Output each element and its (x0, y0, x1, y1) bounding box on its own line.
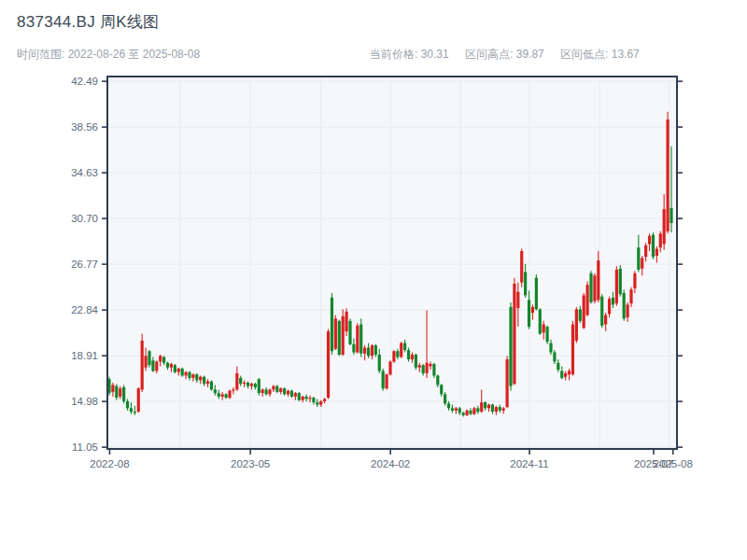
kline-chart-canvas: 42.4938.5634.6330.7026.7722.8418.9114.98… (0, 0, 747, 560)
candle-up (177, 369, 180, 372)
candle-down (115, 386, 118, 398)
candle-down (447, 403, 450, 408)
y-tick-label: 22.84 (71, 304, 98, 315)
candle-up (543, 325, 545, 333)
y-tick-label: 26.77 (71, 259, 98, 270)
candle-up (302, 397, 304, 400)
candle-down (290, 391, 293, 397)
y-tick-label: 38.56 (71, 121, 98, 133)
candle-down (669, 208, 672, 223)
candle-down (600, 297, 603, 326)
page-root: { "header": { "title": "837344.BJ 周K线图",… (0, 0, 747, 560)
candle-down (338, 321, 341, 355)
candle-up (371, 345, 374, 356)
candle-up (400, 343, 402, 357)
candle-down (275, 386, 278, 392)
candle-down (509, 307, 512, 386)
y-tick-label: 30.70 (71, 213, 98, 224)
candle-down (545, 327, 548, 342)
candle-down (352, 344, 355, 353)
candle-down (528, 300, 530, 327)
candle-up (418, 365, 421, 367)
candle-down (484, 402, 486, 408)
candle-up (287, 391, 289, 395)
candle-up (472, 408, 475, 413)
candle-up (516, 292, 519, 308)
candle-up (261, 389, 264, 393)
candle-up (648, 236, 651, 245)
candle-up (199, 377, 202, 381)
candle-down (403, 343, 406, 350)
candle-up (356, 326, 359, 353)
candle-down (151, 360, 154, 371)
candle-down (148, 351, 150, 365)
kline-chart: 42.4938.5634.6330.7026.7722.8418.9114.98… (0, 0, 747, 560)
candle-down (652, 235, 655, 258)
candle-down (130, 408, 133, 412)
candle-down (304, 397, 307, 399)
candle-down (382, 371, 385, 388)
candle-up (641, 259, 643, 269)
candle-down (195, 374, 198, 380)
candle-up (465, 411, 468, 415)
candle-up (363, 348, 366, 354)
candle-up (663, 209, 666, 244)
candle-down (264, 389, 267, 394)
candle-up (583, 295, 585, 328)
candle-down (134, 412, 136, 413)
candle-up (531, 307, 534, 313)
candle-up (633, 273, 636, 288)
candle-up (659, 233, 662, 247)
candle-up (593, 275, 596, 301)
candle-down (367, 348, 370, 357)
candle-up (655, 249, 658, 256)
candle-down (396, 351, 399, 357)
candle-up (666, 119, 669, 231)
x-tick-label: 2022-08 (90, 458, 129, 469)
x-tick-label: 2024-11 (510, 458, 548, 469)
candle-up (392, 351, 395, 361)
candle-up (585, 285, 588, 315)
candle-up (520, 251, 523, 283)
candle-down (499, 407, 501, 411)
candle-down (348, 321, 351, 344)
candle-up (388, 361, 391, 374)
candle-down (549, 343, 552, 353)
candle-up (327, 331, 330, 398)
x-tick-label: 2024-02 (371, 458, 410, 469)
candle-up (323, 399, 326, 400)
candle-up (294, 393, 297, 397)
candle-down (254, 384, 257, 387)
candle-up (221, 394, 224, 396)
candle-up (429, 364, 431, 366)
candle-up (279, 388, 282, 392)
candle-up (626, 304, 628, 317)
candle-down (181, 369, 184, 375)
x-tick-label: 2023-05 (231, 458, 270, 469)
candle-down (298, 393, 301, 399)
candle-down (224, 394, 227, 398)
candle-down (312, 398, 315, 402)
candle-down (162, 357, 165, 362)
plot-background (107, 77, 677, 449)
candle-down (451, 408, 454, 410)
candle-down (422, 365, 425, 373)
candle-up (319, 401, 322, 405)
candle-up (505, 359, 508, 407)
candle-down (469, 411, 472, 414)
y-tick-label: 11.05 (72, 441, 98, 453)
candle-down (557, 363, 559, 370)
candle-up (345, 312, 347, 331)
candle-up (480, 402, 483, 412)
candle-down (458, 408, 461, 413)
candle-down (359, 325, 362, 354)
candle-down (436, 375, 439, 385)
candle-down (432, 364, 435, 375)
candle-up (615, 270, 618, 303)
candle-up (455, 408, 458, 410)
candle-up (268, 389, 271, 394)
candle-down (637, 247, 640, 270)
candle-up (144, 356, 147, 367)
candle-up (487, 405, 490, 409)
candle-up (111, 385, 114, 391)
